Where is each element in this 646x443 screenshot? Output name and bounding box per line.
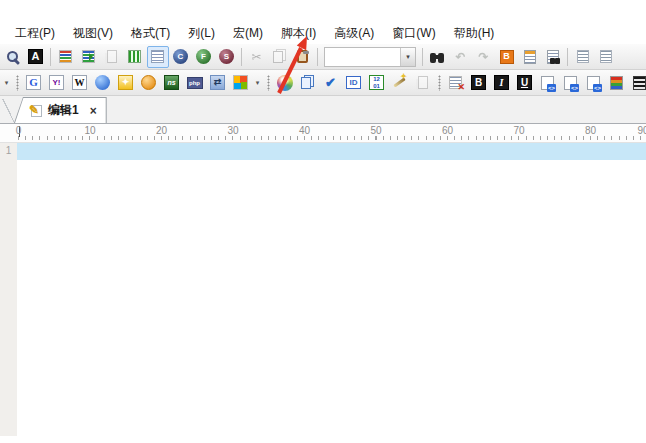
tab-close-icon[interactable]: × — [90, 104, 97, 118]
column-mode-button[interactable] — [124, 46, 146, 68]
find-button[interactable] — [427, 46, 449, 68]
find-icon — [430, 51, 445, 63]
menu-item-window[interactable]: 窗口(W) — [383, 23, 444, 44]
format-selection-icon — [600, 50, 612, 63]
send-document-icon — [418, 76, 428, 89]
ruler-label-90: 90 — [637, 125, 646, 136]
clear-format-button[interactable] — [445, 72, 467, 94]
history-button[interactable] — [138, 72, 160, 94]
menu-item-format[interactable]: 格式(T) — [122, 23, 179, 44]
line-select-button[interactable] — [147, 46, 169, 68]
note-service-icon: ns — [164, 75, 179, 90]
zoom-select-button[interactable] — [2, 46, 24, 68]
toolbar-row-1: ACFS✂▾↶↷B — [0, 44, 646, 70]
wrap-tag-button[interactable] — [560, 72, 582, 94]
insert-tag-button[interactable] — [537, 72, 559, 94]
bold-button[interactable]: B — [468, 72, 490, 94]
menu-item-advanced[interactable]: 高级(A) — [325, 23, 383, 44]
spell-check-icon: ✔ — [323, 75, 339, 91]
tab-edit1[interactable]: 编辑1 × — [14, 97, 107, 123]
edit-pencil-icon — [29, 104, 43, 118]
color-scheme-icon — [610, 76, 623, 90]
web-search-button[interactable] — [92, 72, 114, 94]
paste-column-button[interactable] — [101, 46, 123, 68]
toolbar-separator — [241, 48, 242, 66]
toolbar-overflow-button[interactable]: ▾ — [1, 73, 12, 93]
batch-replace-icon: B — [500, 50, 514, 64]
ruler-label-40: 40 — [299, 125, 310, 136]
highlight-tool-button[interactable]: ✦ — [115, 72, 137, 94]
bold-icon: B — [471, 75, 486, 90]
text-editing-area[interactable]: 1 — [0, 143, 646, 443]
magic-format-button[interactable] — [389, 72, 411, 94]
search-combobox[interactable]: ▾ — [324, 47, 416, 67]
office-tools-button[interactable] — [230, 72, 252, 94]
find-previous-icon: ↶ — [453, 49, 469, 65]
toolbar-more-button[interactable]: ▾ — [252, 73, 263, 93]
php-reference-icon: php — [187, 77, 203, 89]
menu-item-project[interactable]: 工程(P) — [6, 23, 64, 44]
menu-item-column[interactable]: 列(L) — [179, 23, 224, 44]
line-select-icon — [151, 50, 164, 63]
spell-check-button[interactable]: ✔ — [320, 72, 342, 94]
color-scheme-button[interactable] — [606, 72, 628, 94]
cut-icon: ✂ — [249, 49, 265, 65]
toolbar-grip-handle[interactable] — [265, 75, 271, 91]
encoding-c-button[interactable]: C — [170, 46, 192, 68]
syntax-highlight-icon — [59, 50, 72, 63]
ruler-label-70: 70 — [513, 125, 524, 136]
send-document-button[interactable] — [412, 72, 434, 94]
google-search-button[interactable]: G — [23, 72, 45, 94]
find-previous-button[interactable]: ↶ — [450, 46, 472, 68]
encoding-s-button[interactable]: S — [216, 46, 238, 68]
find-results-button[interactable] — [519, 46, 541, 68]
find-in-files-button[interactable] — [542, 46, 564, 68]
menu-item-help[interactable]: 帮助(H) — [445, 23, 504, 44]
copy-button[interactable] — [269, 46, 291, 68]
menu-item-macro[interactable]: 宏(M) — [224, 23, 272, 44]
color-picker-button[interactable] — [274, 72, 296, 94]
auto-format-button[interactable] — [78, 46, 100, 68]
find-next-button[interactable]: ↷ — [473, 46, 495, 68]
insert-guid-icon: ID — [346, 76, 361, 89]
tabstrip-slant-decoration — [1, 99, 16, 123]
web-search-icon — [95, 75, 110, 90]
date-convert-button[interactable]: 12 01 — [366, 72, 388, 94]
history-icon — [141, 75, 156, 90]
active-line-highlight — [17, 143, 646, 160]
encoding-c-icon: C — [173, 49, 188, 64]
toolbar-grip-handle[interactable] — [14, 75, 20, 91]
format-document-button[interactable] — [572, 46, 594, 68]
dark-scheme-button[interactable] — [629, 72, 646, 94]
combo-dropdown-icon[interactable]: ▾ — [400, 48, 415, 66]
menu-item-script[interactable]: 脚本(I) — [272, 23, 325, 44]
toolbar-separator — [317, 48, 318, 66]
line-number-gutter: 1 — [0, 143, 17, 436]
copy-line-numbers-button[interactable] — [297, 72, 319, 94]
encoding-f-button[interactable]: F — [193, 46, 215, 68]
font-style-button[interactable]: A — [25, 46, 47, 68]
italic-button[interactable]: I — [491, 72, 513, 94]
list-tag-button[interactable] — [583, 72, 605, 94]
insert-guid-button[interactable]: ID — [343, 72, 365, 94]
toolbar-grip-handle[interactable] — [436, 75, 442, 91]
batch-replace-button[interactable]: B — [496, 46, 518, 68]
sync-button[interactable]: ⇄ — [207, 72, 229, 94]
format-selection-button[interactable] — [595, 46, 617, 68]
dark-scheme-icon — [633, 76, 646, 90]
underline-button[interactable]: U — [514, 72, 536, 94]
syntax-highlight-button[interactable] — [55, 46, 77, 68]
cut-button[interactable]: ✂ — [246, 46, 268, 68]
toolbar-separator — [422, 48, 423, 66]
ruler-label-80: 80 — [585, 125, 596, 136]
ruler-label-60: 60 — [442, 125, 453, 136]
wikipedia-search-button[interactable]: W — [69, 72, 91, 94]
paste-button[interactable] — [292, 46, 314, 68]
highlight-tool-icon: ✦ — [118, 75, 133, 90]
toolbar-row-2: ▾GY!W✦nsphp⇄▾✔ID12 01BIU — [0, 70, 646, 96]
php-reference-button[interactable]: php — [184, 72, 206, 94]
menu-bar: 工程(P)视图(V)格式(T)列(L)宏(M)脚本(I)高级(A)窗口(W)帮助… — [0, 22, 646, 44]
yahoo-search-button[interactable]: Y! — [46, 72, 68, 94]
note-service-button[interactable]: ns — [161, 72, 183, 94]
menu-item-view[interactable]: 视图(V) — [64, 23, 122, 44]
